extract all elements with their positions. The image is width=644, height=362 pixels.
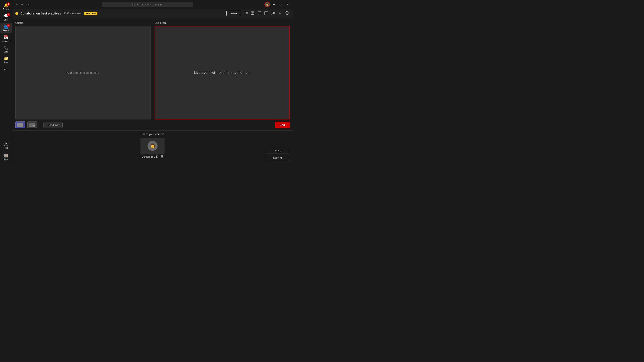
sidebar-item-help[interactable]: ? Help	[0, 141, 12, 150]
live-panel: Live event Live event will resume in a m…	[154, 21, 290, 119]
attendees-icon	[271, 11, 275, 15]
live-dot-indicator	[15, 12, 18, 15]
sidebar-item-more[interactable]: •••	[0, 65, 12, 73]
end-button[interactable]: End	[275, 122, 290, 128]
svg-point-8	[280, 12, 280, 13]
main-area: ← → ✎ 👩 ─ □ ✕ Collaboration best practic…	[12, 0, 293, 164]
sidebar-item-label: Help	[4, 147, 8, 149]
sidebar-item-calls[interactable]: 📞 Calls	[0, 44, 12, 54]
layout-pip-button[interactable]	[27, 121, 38, 128]
nav-arrows: ← →	[14, 2, 24, 7]
bottom-controls: Send live End	[12, 119, 293, 130]
help-icon: ?	[4, 142, 8, 146]
layout-pip-icon	[30, 123, 36, 127]
layout-full-icon	[17, 123, 23, 127]
meeting-toolbar: i	[243, 10, 290, 17]
microphone-icon	[161, 155, 163, 158]
camera-share-label: Share your camera	[140, 132, 164, 136]
close-button[interactable]: ✕	[285, 2, 290, 7]
queue-label: Queue	[15, 21, 150, 24]
leave-button[interactable]: Leave	[226, 11, 240, 16]
live-event-label: Live event	[154, 21, 290, 24]
content-area: Queue Add video or content here Live eve…	[12, 18, 293, 164]
video-toolbar-btn[interactable]	[243, 10, 249, 16]
chat-bubble-icon	[264, 11, 268, 15]
svg-point-7	[274, 12, 275, 13]
meetings-icon: 📅	[4, 35, 8, 40]
meeting-title-group: Collaboration best practices 3333 attend…	[15, 12, 98, 15]
participant-controls	[156, 155, 163, 158]
teams-badge: 1	[7, 24, 10, 27]
sidebar-item-label: Calls	[4, 51, 8, 53]
camera-off-btn[interactable]	[156, 155, 159, 158]
qa-icon	[258, 11, 261, 15]
share-mute-buttons: Share Mute all	[266, 148, 290, 161]
sidebar-item-chat[interactable]: 💬 Chat 1	[0, 12, 12, 22]
camera-share-inner: Share your camera 👩 Danielle B...	[12, 130, 293, 162]
sidebar-item-meetings[interactable]: 📅 Meetings	[0, 33, 12, 43]
new-chat-button[interactable]: ✎	[26, 2, 30, 7]
search-input[interactable]	[102, 2, 193, 7]
back-button[interactable]: ←	[14, 2, 19, 7]
live-video-area: Live event will resume in a moment	[154, 26, 290, 119]
camera-off-icon	[156, 155, 159, 158]
attendees-count: 3333 attendees	[64, 12, 82, 15]
title-bar-right: 👩 ─ □ ✕	[264, 1, 290, 7]
svg-rect-13	[162, 155, 162, 157]
mute-all-button[interactable]: Mute all	[266, 155, 290, 161]
transcript-toolbar-btn[interactable]	[250, 10, 256, 17]
video-icon	[244, 12, 248, 14]
title-bar-left: ← → ✎	[14, 2, 30, 7]
live-placeholder-text: Live event will resume in a moment	[194, 71, 250, 75]
forward-button[interactable]: →	[20, 2, 24, 7]
participant-name: Danielle B...	[142, 155, 155, 158]
sidebar-item-label: Store	[4, 158, 8, 160]
camera-share-section: Share your camera 👩 Danielle B...	[12, 130, 293, 164]
qa-toolbar-btn[interactable]	[256, 10, 262, 17]
title-bar: ← → ✎ 👩 ─ □ ✕	[12, 0, 293, 9]
settings-icon	[278, 11, 282, 15]
info-toolbar-btn[interactable]: i	[284, 10, 290, 17]
svg-rect-5	[258, 12, 261, 14]
sidebar-item-label: Meetings	[2, 40, 10, 42]
sidebar-item-files[interactable]: 📁 Files	[0, 55, 12, 65]
camera-participant: 👩 Danielle B...	[140, 138, 164, 158]
sidebar: 🔔 Activity 2 💬 Chat 1 👥 Teams 1 📅 Meetin…	[0, 0, 12, 164]
chat-toolbar-btn[interactable]	[263, 10, 269, 17]
info-icon: i	[285, 11, 288, 15]
camera-video-feed: 👩	[140, 138, 164, 154]
sidebar-item-label: Files	[4, 61, 8, 63]
chat-badge: 1	[7, 13, 10, 16]
camera-share-row: 👩 Danielle B...	[15, 138, 290, 158]
meeting-title: Collaboration best practices	[20, 12, 61, 15]
store-icon: 🏬	[4, 153, 8, 158]
svg-point-6	[272, 12, 273, 13]
minimize-button[interactable]: ─	[272, 2, 277, 7]
sidebar-item-label: Teams	[3, 29, 9, 31]
svg-text:i: i	[286, 12, 287, 14]
settings-toolbar-btn[interactable]	[277, 10, 283, 17]
sidebar-item-teams[interactable]: 👥 Teams 1	[0, 23, 12, 33]
sidebar-item-activity[interactable]: 🔔 Activity 2	[0, 1, 12, 11]
share-button[interactable]: Share	[266, 148, 290, 153]
sidebar-item-label: Chat	[4, 19, 8, 21]
queue-panel: Queue Add video or content here	[15, 21, 150, 119]
files-icon: 📁	[4, 56, 8, 61]
avatar[interactable]: 👩	[264, 1, 270, 7]
layout-full-button[interactable]	[15, 121, 25, 128]
sidebar-item-label: Activity	[3, 8, 9, 10]
meeting-header: Collaboration best practices 3333 attend…	[12, 9, 293, 18]
sidebar-item-store[interactable]: 🏬 Store	[0, 152, 12, 162]
panels-row: Queue Add video or content here Live eve…	[12, 18, 293, 119]
calls-icon: 📞	[4, 45, 8, 50]
svg-rect-0	[244, 12, 246, 14]
queue-placeholder-text: Add video or content here	[67, 71, 99, 74]
microphone-btn[interactable]	[161, 155, 163, 158]
more-icon: •••	[4, 67, 8, 72]
queue-video-area: Add video or content here	[15, 26, 150, 119]
send-live-button[interactable]: Send live	[44, 122, 62, 128]
pre-live-badge: PRE-LIVE	[84, 12, 98, 15]
attendees-toolbar-btn[interactable]	[270, 10, 276, 17]
restore-button[interactable]: □	[278, 2, 283, 7]
activity-badge: 2	[7, 2, 10, 6]
